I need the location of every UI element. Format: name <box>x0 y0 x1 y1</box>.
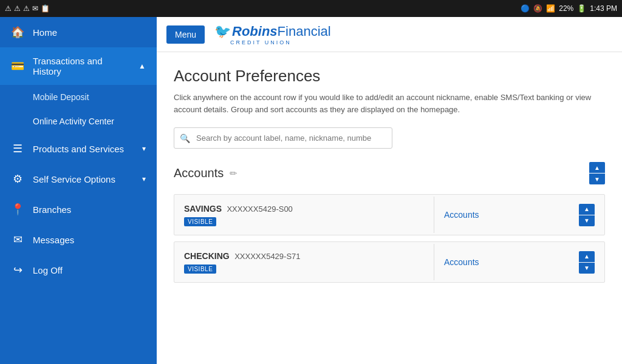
logo: 🐦 RobinsFinancial CREDIT UNION <box>214 24 331 46</box>
transactions-icon: 💳 <box>11 59 24 73</box>
account-row-savings[interactable]: SAVINGS XXXXXX5429-S00 VISIBLE Accounts … <box>174 194 605 235</box>
sidebar-item-home[interactable]: 🏠 Home <box>0 17 157 47</box>
accounts-header: Accounts ✏ ▲ ▼ <box>174 162 605 184</box>
search-icon: 🔍 <box>180 133 190 143</box>
location-icon: 📍 <box>11 203 24 216</box>
bird-icon: 🐦 <box>214 24 231 39</box>
sidebar: 🏠 Home 💳 Transactions and History ▲ Mobi… <box>0 17 157 364</box>
sidebar-item-online-activity[interactable]: Online Activity Center <box>0 109 157 133</box>
page-description: Click anywhere on the account row if you… <box>174 92 605 115</box>
battery-icon: 🔋 <box>577 4 586 13</box>
account-info-checking: CHECKING XXXXXX5429-S71 VISIBLE <box>174 242 434 282</box>
menu-button[interactable]: Menu <box>166 25 205 44</box>
sort-arrows: ▲ ▼ <box>589 162 605 184</box>
sidebar-label-mobile-deposit: Mobile Deposit <box>33 92 89 102</box>
clock: 1:43 PM <box>590 4 617 13</box>
chevron-down-icon-self-service: ▾ <box>142 175 146 183</box>
logo-text: RobinsFinancial <box>232 24 331 39</box>
chevron-down-icon-products: ▾ <box>142 144 146 153</box>
page-title: Account Preferences <box>174 67 605 86</box>
edit-icon[interactable]: ✏ <box>230 168 238 179</box>
bluetooth-icon: 🔵 <box>521 4 530 13</box>
sidebar-item-mobile-deposit[interactable]: Mobile Deposit <box>0 85 157 109</box>
logo-robins: Robins <box>232 24 278 39</box>
sidebar-label-messages: Messages <box>33 235 74 245</box>
clipboard-icon: 📋 <box>41 4 50 13</box>
gear-icon: ⚙ <box>11 172 24 186</box>
row-sort-checking: ▲ ▼ <box>579 251 595 274</box>
sidebar-label-transactions: Transactions and History <box>33 56 130 76</box>
sidebar-item-branches[interactable]: 📍 Branches <box>0 194 157 224</box>
chevron-up-icon: ▲ <box>138 62 146 70</box>
alert-icon-3: ⚠ <box>23 4 30 13</box>
sidebar-label-products: Products and Services <box>33 144 124 154</box>
sidebar-item-transactions[interactable]: 💳 Transactions and History ▲ <box>0 47 157 85</box>
account-type-checking: CHECKING <box>184 251 230 261</box>
app-container: 🏠 Home 💳 Transactions and History ▲ Mobi… <box>0 17 622 364</box>
sidebar-item-self-service[interactable]: ⚙ Self Service Options ▾ <box>0 164 157 194</box>
sidebar-item-messages[interactable]: ✉ Messages <box>0 224 157 255</box>
sort-down-button[interactable]: ▼ <box>589 174 605 184</box>
account-type-savings: SAVINGS <box>184 204 222 214</box>
account-link-area-savings: Accounts ▲ ▼ <box>434 204 604 226</box>
row-down-savings[interactable]: ▼ <box>579 215 595 226</box>
wifi-icon: 📶 <box>546 4 555 13</box>
home-icon: 🏠 <box>11 25 24 39</box>
sidebar-label-logoff: Log Off <box>33 265 63 275</box>
accounts-header-left: Accounts ✏ <box>174 166 238 180</box>
sidebar-item-logoff[interactable]: ↪ Log Off <box>0 255 157 285</box>
sidebar-label-online-activity: Online Activity Center <box>33 116 114 126</box>
content-area: Account Preferences Click anywhere on th… <box>157 52 622 364</box>
topbar: Menu 🐦 RobinsFinancial CREDIT UNION <box>157 17 622 52</box>
search-container: 🔍 <box>174 127 392 149</box>
visible-badge-checking: VISIBLE <box>184 265 216 274</box>
status-icons: ⚠ ⚠ ⚠ ✉ 📋 <box>5 4 50 13</box>
account-number-checking: XXXXXX5429-S71 <box>234 252 300 261</box>
accounts-link-savings[interactable]: Accounts <box>444 210 479 220</box>
main-area: Menu 🐦 RobinsFinancial CREDIT UNION Acco… <box>157 17 622 364</box>
alert-icon-2: ⚠ <box>14 4 21 13</box>
row-down-checking[interactable]: ▼ <box>579 263 595 274</box>
visible-badge-savings: VISIBLE <box>184 217 216 226</box>
sidebar-label-home: Home <box>33 27 57 38</box>
row-up-savings[interactable]: ▲ <box>579 204 595 215</box>
account-number-savings: XXXXXX5429-S00 <box>227 204 292 214</box>
products-icon: ☰ <box>11 142 24 155</box>
sidebar-label-branches: Branches <box>33 204 71 215</box>
sidebar-label-self-service: Self Service Options <box>33 174 115 184</box>
sort-up-button[interactable]: ▲ <box>589 162 605 173</box>
search-input[interactable] <box>174 127 392 149</box>
sidebar-item-products[interactable]: ☰ Products and Services ▾ <box>0 133 157 164</box>
envelope-icon: ✉ <box>11 233 24 246</box>
mute-icon: 🔕 <box>533 4 542 13</box>
account-info-savings: SAVINGS XXXXXX5429-S00 VISIBLE <box>174 195 434 235</box>
row-sort-savings: ▲ ▼ <box>579 204 595 226</box>
alert-icon-1: ⚠ <box>5 4 12 13</box>
account-link-area-checking: Accounts ▲ ▼ <box>434 251 604 274</box>
row-up-checking[interactable]: ▲ <box>579 251 595 262</box>
sidebar-sub-transactions: Mobile Deposit Online Activity Center <box>0 85 157 133</box>
battery-percent: 22% <box>559 4 573 13</box>
accounts-link-checking[interactable]: Accounts <box>444 257 479 267</box>
mail-icon: ✉ <box>32 4 38 13</box>
status-right: 🔵 🔕 📶 22% 🔋 1:43 PM <box>521 4 617 13</box>
logo-financial: Financial <box>278 24 331 39</box>
logo-credit-union: CREDIT UNION <box>230 39 292 46</box>
status-bar: ⚠ ⚠ ⚠ ✉ 📋 🔵 🔕 📶 22% 🔋 1:43 PM <box>0 0 622 17</box>
logoff-icon: ↪ <box>11 263 24 277</box>
accounts-section-title: Accounts <box>174 166 224 180</box>
account-row-checking[interactable]: CHECKING XXXXXX5429-S71 VISIBLE Accounts… <box>174 241 605 283</box>
